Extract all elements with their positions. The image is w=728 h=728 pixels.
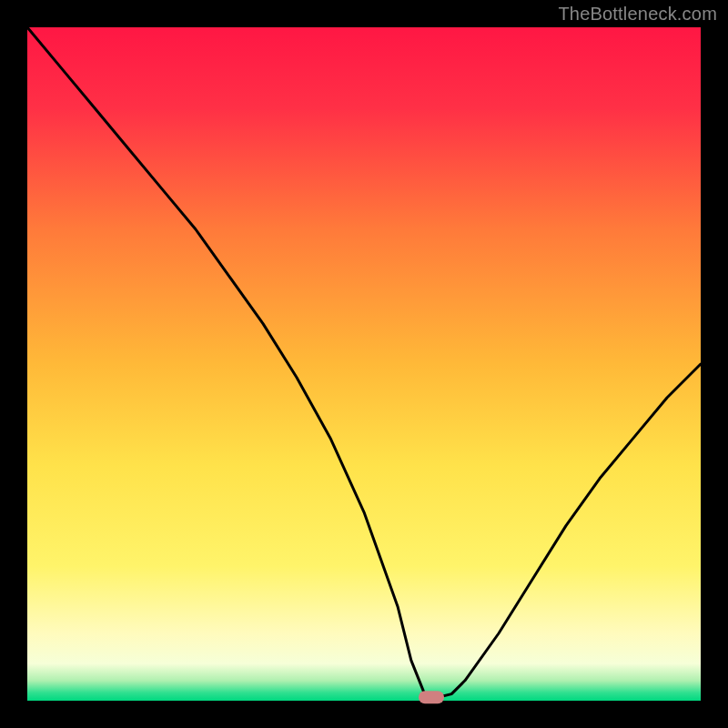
watermark: TheBottleneck.com	[558, 4, 717, 25]
bottleneck-chart	[0, 0, 728, 728]
chart-container: TheBottleneck.com	[0, 0, 728, 728]
optimal-marker	[419, 691, 444, 703]
chart-gradient-background	[27, 27, 701, 701]
